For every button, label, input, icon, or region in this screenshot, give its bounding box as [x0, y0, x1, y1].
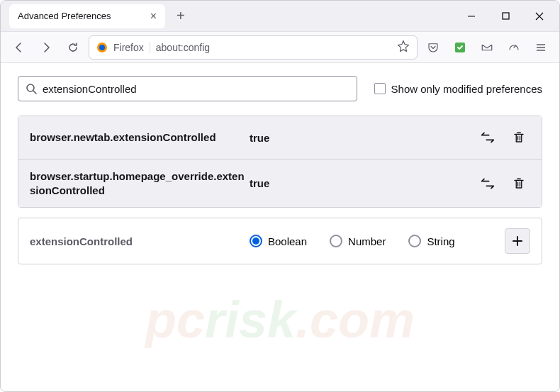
bookmark-star-icon[interactable]	[397, 40, 410, 55]
radio-label: String	[427, 235, 454, 247]
minimize-button[interactable]	[457, 5, 486, 28]
speed-icon[interactable]	[503, 36, 525, 59]
toggle-icon[interactable]	[476, 126, 499, 149]
maximize-button[interactable]	[491, 5, 520, 28]
titlebar: Advanced Preferences × +	[1, 1, 559, 32]
show-modified-checkbox[interactable]	[374, 83, 386, 94]
svg-rect-1	[503, 13, 509, 19]
search-icon	[26, 83, 37, 94]
prefs-table: browser.newtab.extensionControlled true …	[18, 116, 542, 208]
reload-button[interactable]	[62, 36, 84, 59]
menu-button[interactable]	[530, 36, 552, 59]
delete-icon[interactable]	[508, 172, 530, 195]
type-radio-group: Boolean Number String	[250, 235, 496, 247]
pref-row: browser.newtab.extensionControlled true	[18, 116, 542, 159]
close-icon[interactable]: ×	[150, 11, 157, 22]
back-button[interactable]	[8, 36, 30, 59]
watermark: pcrisk.com	[145, 291, 415, 349]
checkbox-label: Show only modified preferences	[391, 83, 542, 95]
pref-actions	[476, 172, 530, 195]
toolbar: Firefox about:config	[1, 32, 559, 63]
show-modified-checkbox-label[interactable]: Show only modified preferences	[374, 83, 542, 95]
search-row: Show only modified preferences	[18, 76, 542, 101]
radio-label: Boolean	[268, 235, 307, 247]
urlbar-text: about:config	[156, 42, 391, 53]
pref-name: browser.startup.homepage_override.extens…	[30, 169, 250, 197]
window-controls	[457, 5, 554, 28]
svg-point-5	[99, 45, 105, 50]
firefox-icon	[96, 42, 108, 53]
radio-input[interactable]	[408, 235, 421, 247]
pocket-icon[interactable]	[422, 36, 444, 59]
forward-button[interactable]	[35, 36, 57, 59]
pref-name: browser.newtab.extensionControlled	[30, 130, 250, 145]
tab-title: Advanced Preferences	[18, 11, 145, 21]
radio-input[interactable]	[330, 235, 342, 247]
radio-string[interactable]: String	[408, 235, 454, 247]
url-bar[interactable]: Firefox about:config	[89, 35, 418, 60]
radio-boolean[interactable]: Boolean	[250, 235, 307, 247]
delete-icon[interactable]	[508, 126, 530, 149]
close-button[interactable]	[525, 5, 554, 28]
add-button[interactable]	[505, 228, 530, 254]
pref-actions	[476, 126, 530, 149]
svg-line-11	[33, 91, 36, 94]
pref-row: browser.startup.homepage_override.extens…	[18, 159, 542, 207]
pref-value: true	[250, 177, 476, 189]
pref-value: true	[250, 132, 476, 144]
new-pref-name: extensionControlled	[30, 235, 250, 247]
mail-icon[interactable]	[476, 36, 498, 59]
extension-icon[interactable]	[449, 36, 471, 59]
search-input[interactable]	[43, 83, 349, 95]
radio-label: Number	[348, 235, 386, 247]
content: Show only modified preferences browser.n…	[1, 63, 559, 277]
search-box[interactable]	[18, 76, 357, 101]
radio-input[interactable]	[250, 235, 262, 247]
toggle-icon[interactable]	[476, 172, 499, 195]
radio-number[interactable]: Number	[330, 235, 386, 247]
new-pref-row: extensionControlled Boolean Number Strin…	[18, 218, 542, 264]
urlbar-brand: Firefox	[113, 42, 150, 53]
new-tab-button[interactable]: +	[171, 5, 191, 27]
tab-active[interactable]: Advanced Preferences ×	[9, 4, 165, 28]
